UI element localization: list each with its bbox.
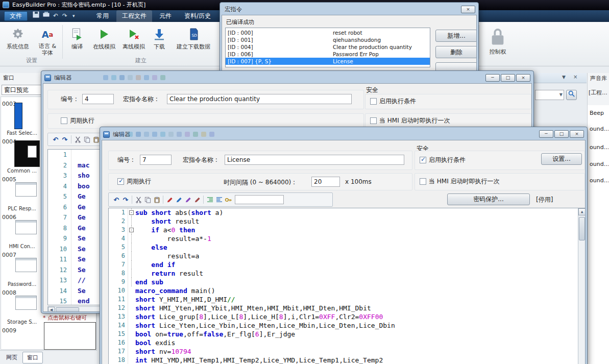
save-icon[interactable]: [33, 10, 39, 22]
editor1-titlebar[interactable]: 编辑器 ─ □ ×: [43, 72, 532, 83]
paste-icon[interactable]: [152, 195, 161, 204]
interval-input[interactable]: 20: [311, 177, 340, 187]
window-thumbnail[interactable]: [14, 140, 40, 167]
editor2-titlebar[interactable]: 编辑器 ─ □ ×: [102, 129, 586, 140]
ribbon-tab-project-file[interactable]: 工程文件: [116, 10, 152, 22]
sound-list-item[interactable]: Beep: [590, 110, 608, 116]
ribbon-tab-object[interactable]: 元件: [154, 10, 177, 22]
find-key-icon[interactable]: [224, 195, 233, 204]
language-font-button[interactable]: Aa 语言 & 字体: [34, 23, 61, 57]
tab-webpage[interactable]: 网页: [3, 353, 20, 363]
macro-list-item[interactable]: [ID : 000]reset robot: [226, 29, 430, 36]
redo-icon[interactable]: ↷: [62, 10, 67, 22]
macro-list-item[interactable]: [ID : 004]Clear the production quantity: [226, 43, 430, 51]
window-thumbnail[interactable]: [14, 103, 22, 129]
scroll-left-icon[interactable]: ◀: [48, 307, 55, 312]
ribbon-tab-data-history[interactable]: 资料/历史: [179, 10, 216, 22]
password-protect-button[interactable]: 密码保护...: [447, 193, 530, 205]
periodic-checkbox[interactable]: 周期执行: [117, 177, 151, 186]
chevron-down-icon[interactable]: ▼: [562, 75, 566, 80]
window-thumbnail[interactable]: [15, 258, 37, 272]
new-macro-button[interactable]: 新增...: [435, 30, 477, 42]
cut-icon[interactable]: [73, 135, 82, 144]
system-info-button[interactable]: 系统信息: [3, 23, 33, 57]
compile-button[interactable]: 编译: [65, 23, 89, 57]
control-rights-button[interactable]: 控制权: [482, 23, 514, 57]
undo-icon[interactable]: ↶: [51, 135, 60, 144]
fold-column: [128, 321, 135, 330]
scrollbar-thumb[interactable]: [56, 307, 79, 312]
scroll-up-icon[interactable]: ▲: [578, 208, 586, 215]
marker-red-icon[interactable]: [165, 195, 174, 204]
sound-list-item[interactable]: ound...: [590, 161, 608, 167]
settings-button[interactable]: 设置...: [541, 153, 582, 165]
macro-name-input[interactable]: Clear the production quantity: [167, 94, 352, 104]
copy-icon[interactable]: [82, 135, 91, 144]
window-thumbnail[interactable]: [15, 296, 37, 310]
ribbon-tab-common[interactable]: 常用: [91, 10, 114, 22]
download-button[interactable]: 下载: [149, 23, 169, 57]
sound-library-header: 声音库: [590, 75, 607, 82]
macro-list-item[interactable]: [ID : 001]qiehuanshoudong: [226, 36, 430, 43]
window-thumbnail[interactable]: [15, 182, 37, 197]
sound-list-item[interactable]: ound...: [590, 144, 608, 151]
chevron-down-icon[interactable]: ▼: [559, 90, 563, 100]
maximize-icon[interactable]: □: [554, 130, 569, 138]
redo-icon[interactable]: ↷: [121, 195, 130, 204]
copy-icon[interactable]: [143, 195, 152, 204]
close-icon[interactable]: ×: [516, 74, 530, 82]
code-text: boo: [71, 181, 89, 192]
macro-name-input[interactable]: License: [225, 155, 404, 165]
quick-access-caret-icon[interactable]: ▾: [72, 10, 75, 22]
minimize-icon[interactable]: ─: [485, 74, 500, 82]
close-icon[interactable]: ×: [461, 6, 475, 13]
redo-icon[interactable]: ↷: [60, 135, 69, 144]
periodic-checkbox[interactable]: 周期执行: [61, 116, 94, 125]
delete-macro-button[interactable]: 删除: [435, 46, 477, 58]
enable-condition-checkbox[interactable]: 启用执行条件: [370, 97, 416, 106]
print-icon[interactable]: [43, 10, 50, 22]
marker-blue-icon[interactable]: [174, 195, 183, 204]
offline-simulation-button[interactable]: 离线模拟: [119, 23, 148, 57]
macro-dialog-titlebar[interactable]: 宏指令 ×: [222, 4, 477, 15]
macro-list-item[interactable]: [ID : 007] {P, S}License: [226, 58, 430, 65]
close-icon[interactable]: ×: [573, 74, 577, 80]
undo-icon[interactable]: ↶: [112, 195, 121, 204]
line-number: 1: [109, 208, 128, 217]
sound-list-item[interactable]: ound...: [590, 177, 608, 184]
marker-darkred-icon[interactable]: [192, 195, 202, 204]
macro-id-input[interactable]: 7: [140, 155, 172, 165]
fold-marker-icon[interactable]: -: [129, 228, 134, 232]
run-on-startup-checkbox[interactable]: 当 HMI 启动时即执行一次: [370, 116, 450, 125]
toolbar-search-input[interactable]: [235, 195, 284, 204]
scrollbar-thumb[interactable]: [579, 217, 585, 240]
fold-marker-icon[interactable]: -: [129, 210, 134, 215]
search-button[interactable]: [566, 90, 577, 100]
marker-purple-icon[interactable]: [183, 195, 192, 204]
macro-id-input[interactable]: 4: [82, 94, 114, 104]
vertical-scrollbar[interactable]: ▲: [578, 208, 586, 364]
close-icon[interactable]: ×: [570, 130, 584, 138]
file-menu-button[interactable]: 文件: [4, 11, 28, 21]
address-combo[interactable]: ▼: [535, 90, 564, 100]
build-download-data-button[interactable]: SD 建立下载数据: [170, 23, 216, 57]
window-thumbnail[interactable]: [15, 220, 37, 234]
online-simulation-button[interactable]: 在线模拟: [90, 23, 118, 57]
line-number: 2: [48, 160, 71, 171]
minimize-icon[interactable]: ─: [539, 130, 553, 138]
undo-icon[interactable]: ↶: [53, 10, 58, 22]
macro-list-item[interactable]: [ID : 006]Password Err Pop: [226, 51, 430, 58]
cut-icon[interactable]: [134, 195, 143, 204]
sound-list-item[interactable]: ound...: [590, 126, 608, 132]
indent-right-icon[interactable]: [214, 195, 224, 204]
line-number: 10: [48, 244, 71, 255]
enable-condition-checkbox[interactable]: 启用执行条件: [420, 156, 466, 164]
indent-left-icon[interactable]: [205, 195, 214, 204]
line-number: 5: [48, 191, 71, 202]
editor2-code-area[interactable]: 1-sub short abs(short a)2 short result3-…: [108, 208, 586, 364]
run-on-startup-checkbox[interactable]: 当 HMI 启动时即执行一次: [420, 177, 500, 186]
maximize-icon[interactable]: □: [501, 74, 515, 82]
tab-window[interactable]: 窗口: [22, 352, 43, 363]
project-tab-label[interactable]: [工程...: [589, 89, 607, 96]
window-thumbnail[interactable]: [44, 322, 96, 350]
